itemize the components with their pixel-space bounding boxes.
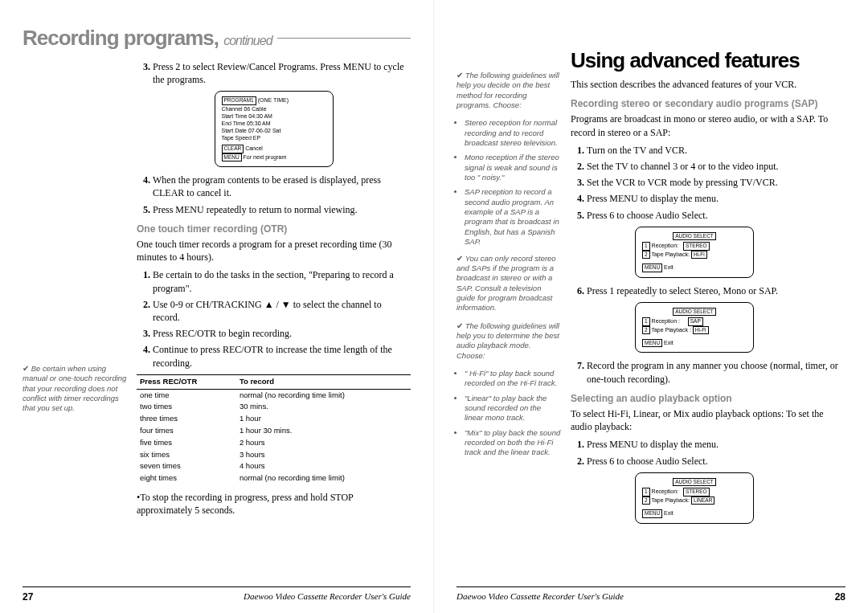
page-title-left: Recording programs, continued <box>23 24 272 52</box>
tip-recording-conflict: Be certain when using manual or one-touc… <box>23 364 127 414</box>
playback-heading: Selecting an audio playback option <box>571 392 845 405</box>
right-sidebar: The following guidelines will help you d… <box>457 47 561 530</box>
footer-right: Daewoo Video Cassette Recorder User's Gu… <box>457 586 845 603</box>
otr-steps: Be certain to do the tasks in the sectio… <box>137 268 411 369</box>
left-sidebar: Be certain when using manual or one-touc… <box>23 59 127 521</box>
audio-select-screen-a: AUDIO SELECT 1 Reception: STEREO 2 Tape … <box>635 227 754 278</box>
playback-steps: Press MENU to display the menu. Press 6 … <box>571 438 845 467</box>
otr-heading: One touch timer recording (OTR) <box>137 223 411 235</box>
footer-left: 27Daewoo Video Cassette Recorder User's … <box>23 586 411 603</box>
page-title-right: Using advanced features <box>571 47 845 75</box>
program-screen: PROGRAM1 (ONE TIME) Channel 06 CableStar… <box>215 91 334 167</box>
rec-otr-table: Press REC/OTRTo record one timenormal (n… <box>137 374 411 484</box>
audio-select-screen-c: AUDIO SELECT 1 Reception: STEREO 2 Tape … <box>635 472 754 524</box>
page-spread: Recording programs, continued Be certain… <box>0 0 868 613</box>
sap-steps: Turn on the TV and VCR. Set the TV to ch… <box>571 144 845 222</box>
page-27: Recording programs, continued Be certain… <box>0 0 434 613</box>
audio-select-screen-b: AUDIO SELECT 1 Reception : SAP 2 Tape Pl… <box>635 302 754 353</box>
cancel-steps: Press 2 to select Review/Cancel Programs… <box>137 60 411 86</box>
stop-note: •To stop the recording in progress, pres… <box>137 491 411 517</box>
page-28: The following guidelines will help you d… <box>434 0 868 613</box>
sap-heading: Recording stereo or secondary audio prog… <box>571 97 845 110</box>
